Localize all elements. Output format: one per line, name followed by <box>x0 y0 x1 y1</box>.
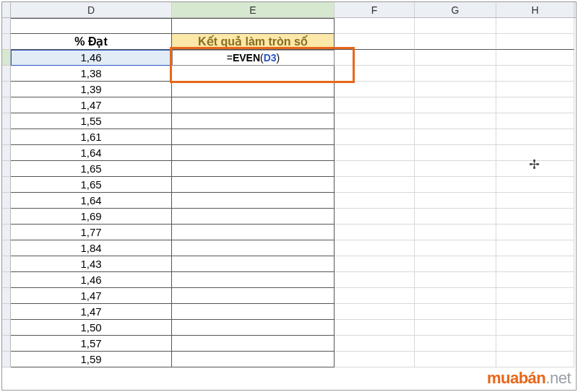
cell-E[interactable] <box>172 256 335 272</box>
cell-G[interactable] <box>415 161 496 177</box>
cell-H[interactable] <box>496 177 574 193</box>
row-header[interactable] <box>2 193 11 209</box>
cell-E[interactable] <box>172 209 335 225</box>
row-header[interactable] <box>2 320 11 336</box>
row-header[interactable] <box>2 145 11 161</box>
cell-G[interactable] <box>415 336 496 352</box>
cell-E[interactable] <box>172 336 335 352</box>
cell-F[interactable] <box>335 66 415 82</box>
cell-G[interactable] <box>415 288 496 304</box>
cell-G[interactable] <box>415 82 496 97</box>
cell-E[interactable] <box>172 113 335 129</box>
row-header[interactable] <box>2 225 11 240</box>
cell-E[interactable] <box>172 225 335 240</box>
row-header[interactable] <box>2 336 11 352</box>
cell-H[interactable] <box>496 145 574 161</box>
cell-D[interactable]: 1,47 <box>11 288 172 304</box>
cell-E[interactable] <box>172 161 335 177</box>
cell-F[interactable] <box>335 256 415 272</box>
cell-E[interactable] <box>172 288 335 304</box>
col-header-G[interactable]: G <box>415 2 496 17</box>
cell-G[interactable] <box>415 304 496 320</box>
header-E[interactable]: Kết quả làm tròn số <box>172 34 335 50</box>
cell-E[interactable] <box>172 82 335 97</box>
row-header[interactable] <box>2 288 11 304</box>
cell-H[interactable] <box>496 288 574 304</box>
cell-G[interactable] <box>415 352 496 367</box>
cell-H[interactable] <box>496 352 574 367</box>
cell-D[interactable]: 1,69 <box>11 209 172 225</box>
cell-E[interactable] <box>172 352 335 367</box>
cell-D[interactable]: 1,84 <box>11 240 172 256</box>
cell-H[interactable] <box>496 66 574 82</box>
cell-H[interactable] <box>496 50 574 66</box>
cell-F[interactable] <box>335 352 415 367</box>
cell-H[interactable] <box>496 272 574 288</box>
cell-E[interactable] <box>172 145 335 161</box>
cell-F[interactable] <box>335 129 415 145</box>
col-header-D[interactable]: D <box>11 2 172 17</box>
cell-G[interactable] <box>415 240 496 256</box>
cell-D[interactable]: 1,38 <box>11 66 172 82</box>
cell-D[interactable]: 1,46 <box>11 50 172 66</box>
cell-D[interactable]: 1,64 <box>11 145 172 161</box>
cell-D[interactable]: 1,55 <box>11 113 172 129</box>
cell-D[interactable]: 1,50 <box>11 320 172 336</box>
cell-D[interactable]: 1,43 <box>11 256 172 272</box>
row-header[interactable] <box>2 34 11 50</box>
cell-H[interactable] <box>496 161 574 177</box>
cell-F[interactable] <box>335 113 415 129</box>
cell-G[interactable] <box>415 50 496 66</box>
cell-F[interactable] <box>335 97 415 113</box>
cell-E[interactable] <box>172 304 335 320</box>
cell-F[interactable] <box>335 145 415 161</box>
cell[interactable] <box>335 18 415 34</box>
cell-F[interactable] <box>335 82 415 97</box>
cell-G[interactable] <box>415 177 496 193</box>
col-header-F[interactable]: F <box>335 2 415 17</box>
cell-H[interactable] <box>496 209 574 225</box>
corner-cell[interactable] <box>2 2 11 17</box>
cell-F[interactable] <box>335 177 415 193</box>
row-header[interactable] <box>2 304 11 320</box>
cell-D[interactable]: 1,47 <box>11 97 172 113</box>
cell-F[interactable] <box>335 240 415 256</box>
cell-E[interactable] <box>172 97 335 113</box>
cell-H[interactable] <box>496 82 574 97</box>
cell-G[interactable] <box>415 225 496 240</box>
cell-F[interactable] <box>335 320 415 336</box>
row-header[interactable] <box>2 256 11 272</box>
cell-H[interactable] <box>496 304 574 320</box>
row-header[interactable] <box>2 272 11 288</box>
cell-H[interactable] <box>496 113 574 129</box>
row-header[interactable] <box>2 18 11 34</box>
row-header[interactable] <box>2 177 11 193</box>
cell-D[interactable]: 1,61 <box>11 129 172 145</box>
row-header[interactable] <box>2 129 11 145</box>
cell-E[interactable] <box>172 320 335 336</box>
cell[interactable] <box>415 34 496 50</box>
cell-D[interactable]: 1,77 <box>11 225 172 240</box>
cell-D[interactable]: 1,39 <box>11 82 172 97</box>
cell-H[interactable] <box>496 225 574 240</box>
cell-E[interactable] <box>172 129 335 145</box>
row-header[interactable] <box>2 113 11 129</box>
cell-F[interactable] <box>335 304 415 320</box>
cell-D[interactable]: 1,64 <box>11 193 172 209</box>
cell[interactable] <box>496 18 574 34</box>
cell-D[interactable]: 1,46 <box>11 272 172 288</box>
cell-G[interactable] <box>415 320 496 336</box>
cell-E[interactable] <box>172 66 335 82</box>
row-header[interactable] <box>2 97 11 113</box>
cell-G[interactable] <box>415 193 496 209</box>
row-header[interactable] <box>2 50 11 66</box>
cell-G[interactable] <box>415 272 496 288</box>
cell-D[interactable]: 1,59 <box>11 352 172 367</box>
cell-H[interactable] <box>496 97 574 113</box>
cell-H[interactable] <box>496 193 574 209</box>
col-header-H[interactable]: H <box>496 2 574 17</box>
row-header[interactable] <box>2 240 11 256</box>
cell-H[interactable] <box>496 336 574 352</box>
cell-E[interactable] <box>172 240 335 256</box>
row-header[interactable] <box>2 66 11 82</box>
